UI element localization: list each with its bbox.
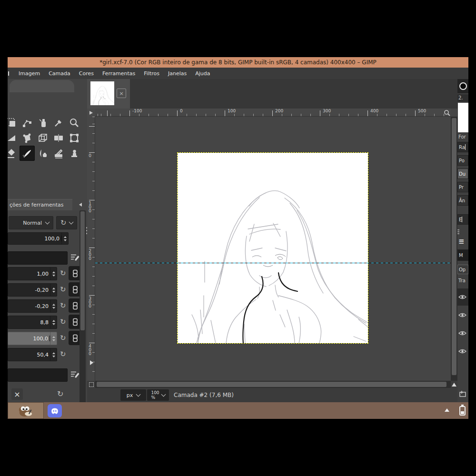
tool-3d-transform[interactable] [35,130,50,146]
layer-row-3[interactable] [457,325,468,342]
tool-options-scrollbar[interactable] [79,210,86,407]
dynamics-bar[interactable] [8,368,68,382]
brush-preview-bar[interactable] [8,251,68,265]
tray-battery-indicator[interactable] [457,404,467,418]
reset-option-4[interactable]: ↺ [60,318,66,326]
tool-mypaint-brush[interactable] [35,146,50,161]
new-layer-icon [458,389,467,398]
spinner[interactable] [50,284,57,296]
image-tab[interactable]: × [87,79,130,109]
menu-ajuda[interactable]: Ajuda [191,69,214,79]
scrollbar-thumb[interactable] [452,118,456,375]
option-slider-4[interactable]: 8,8 [8,316,57,329]
reset-tool-options-button[interactable]: ↺ [57,390,63,398]
spinner[interactable] [50,300,57,312]
canvas-horizontal-scrollbar[interactable] [95,381,451,388]
tool-paintbrush[interactable] [51,146,66,161]
unit-dropdown[interactable]: px [120,389,146,401]
layer-mode-dropdown[interactable]: M [457,249,468,261]
scrollbar-thumb[interactable] [97,382,446,387]
horizontal-ruler[interactable]: -100 0 100 200 300 400 500 [95,109,451,117]
tool-color-picker[interactable] [51,115,66,130]
airbrush-icon [38,118,48,128]
toolbox-drag-area [10,80,74,92]
layer-row-2[interactable] [457,307,468,324]
spinner[interactable] [50,332,57,345]
tool-ink-pen-selected[interactable] [20,146,35,161]
canvas-vertical-scrollbar[interactable] [451,117,457,381]
menu-cores[interactable]: Cores [75,69,98,79]
paint-mode-dropdown[interactable]: Normal [9,216,53,229]
ruler-label: 300 [323,109,331,113]
dock-splitter[interactable] [457,229,459,236]
navigation-preview-button[interactable] [451,381,457,388]
spinner[interactable] [50,268,57,280]
horizontal-guide-line[interactable] [95,263,451,263]
reset-option-6[interactable]: ↺ [60,351,66,358]
scrollbar-thumb[interactable] [80,211,85,330]
layer-opacity-box[interactable]: Op [457,265,468,274]
ruler-corner-button[interactable] [87,109,95,117]
tool-zoom[interactable] [67,115,82,130]
zoom-follow-window-button[interactable] [444,109,451,116]
menu-ferramentas[interactable]: Ferramentas [98,69,139,79]
angle-slider[interactable]: Ân [457,195,468,206]
title-bar[interactable]: *girl.xcf-7.0 (Cor RGB inteiro de gama d… [8,57,468,68]
menu-filtros[interactable]: Filtros [139,69,164,79]
menu-janelas[interactable]: Janelas [164,69,191,79]
aspect-slider[interactable]: Pr [457,182,468,192]
quick-mask-toggle[interactable] [87,381,95,388]
tool-options-tab[interactable]: ções de ferramentas [8,199,72,210]
brush-icon-tile[interactable] [457,79,468,93]
tool-portrait-select[interactable] [8,115,19,130]
opacity-slider[interactable]: 100,0 [8,232,69,245]
tray-expand-arrow[interactable] [445,408,449,412]
spikes-slider[interactable]: Po [457,155,468,166]
option-slider-2[interactable]: -0,20 [8,283,57,297]
canvas-image[interactable] [178,153,368,343]
tool-eraser[interactable] [8,146,19,161]
quick-mask-icon [89,382,94,387]
vertical-ruler[interactable]: 0 100 200 300 400 [87,117,95,381]
tool-shear[interactable] [8,130,19,146]
reset-option-1[interactable]: ↺ [60,270,66,277]
gimp-wilber-icon [19,404,33,418]
reset-option-2[interactable]: ↺ [60,286,66,293]
menu-camada[interactable]: Camada [44,69,75,79]
option-slider-6[interactable]: 50,4 [8,348,57,361]
spinner[interactable] [50,316,57,328]
dock-collapse-button[interactable] [76,201,85,208]
canvas-viewport[interactable] [95,117,451,381]
tool-flip[interactable] [51,130,66,146]
option-slider-5-filled[interactable]: 100,0 [8,332,57,345]
delete-tool-preset-button[interactable]: × [11,388,23,400]
new-layer-button[interactable] [458,389,467,400]
option-slider-3[interactable]: -0,20 [8,299,57,313]
tool-airbrush[interactable] [35,115,50,130]
tool-perspective[interactable] [20,130,35,146]
taskbar-gimp-button[interactable] [8,402,44,419]
tool-clone-stamp[interactable] [67,146,82,161]
radius-slider[interactable]: Ra [457,142,468,152]
image-tab-close-button[interactable]: × [117,89,126,98]
option-slider-1[interactable]: 1,00 [8,267,57,280]
mode-reset-dropdown[interactable]: ↺ [56,216,77,229]
opacity-spinner[interactable] [61,233,68,244]
eraser-icon [8,148,17,159]
eye-icon [458,294,466,300]
zoom-dropdown[interactable]: 100 % [147,389,169,401]
menu-imagem[interactable]: Imagem [14,69,44,79]
reset-option-3[interactable]: ↺ [60,302,66,309]
brush-name[interactable]: 2. [457,94,468,102]
spinner[interactable] [50,348,57,361]
layer-row-1-selected[interactable] [457,288,468,306]
reset-option-5[interactable]: ↺ [60,335,66,342]
layers-menu-icon[interactable]: ≡ [458,237,465,246]
layer-row-4[interactable] [457,343,468,360]
tool-handle-transform[interactable] [67,130,82,146]
brush-preview[interactable] [458,103,468,132]
hardness-slider[interactable]: Du [457,169,468,179]
tool-paths[interactable] [20,115,35,130]
taskbar-discord-button[interactable] [48,404,62,417]
spacing-slider[interactable]: E [457,214,468,225]
